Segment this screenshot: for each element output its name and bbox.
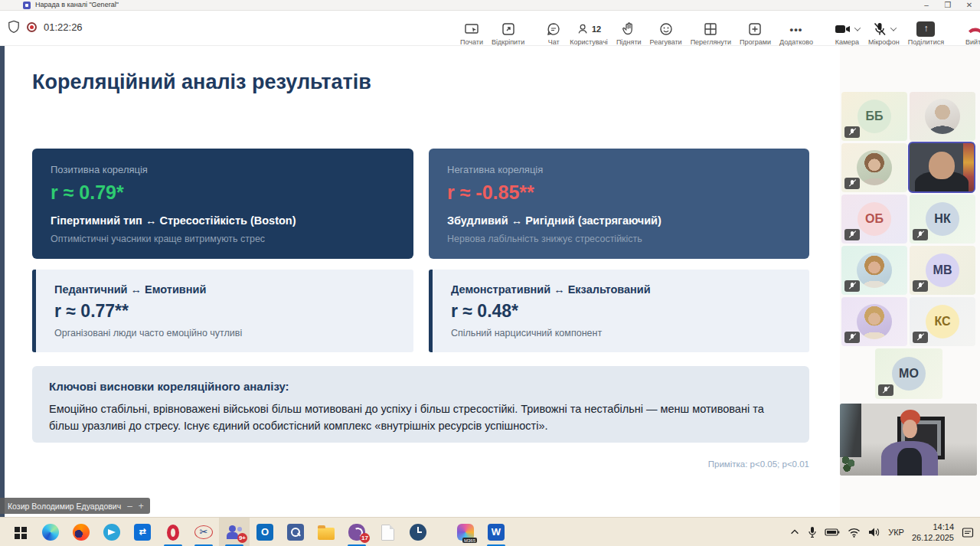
significance-footnote: Примітка: p<0.05; p<0.01 <box>32 459 809 469</box>
react-smiley-icon <box>658 21 674 37</box>
more-button[interactable]: ••• Додатково <box>777 21 815 46</box>
start-share-button[interactable]: Почати <box>458 21 485 46</box>
recording-timer: 01:22:26 <box>44 21 83 33</box>
participant-tile-active-speaker-video[interactable] <box>908 142 975 193</box>
participant-tile-bottom-video[interactable] <box>840 404 977 476</box>
leave-button[interactable]: Вийти <box>963 21 980 46</box>
tray-speaker-icon[interactable] <box>868 527 880 538</box>
participant-tile-avatar-woman-3[interactable] <box>841 297 907 346</box>
tray-battery-icon[interactable] <box>825 527 840 538</box>
taskbar-teamviewer[interactable]: ⇄ <box>127 518 158 546</box>
participant-tile-bb[interactable]: ББ <box>841 92 907 141</box>
correlation-pair: Збудливий ↔ Ригідний (застрягаючий) <box>447 214 791 227</box>
taskbar-notepad[interactable] <box>372 518 403 546</box>
minimize-button[interactable]: – <box>916 0 937 11</box>
taskbar-edge[interactable] <box>35 518 66 546</box>
participant-tile-mo[interactable]: МО <box>875 348 942 399</box>
taskbar-viber[interactable]: 17 <box>341 518 372 546</box>
unpin-button[interactable]: Відкріпити <box>489 21 527 46</box>
raise-hand-button[interactable]: Підняти <box>614 21 644 46</box>
telegram-icon <box>103 524 120 541</box>
avatar <box>857 304 892 339</box>
tray-time: 14:14 <box>933 522 954 531</box>
notification-center-icon[interactable] <box>962 527 974 538</box>
participants-icon: 12 <box>577 21 601 37</box>
microphone-button[interactable]: Мікрофон <box>866 21 902 46</box>
view-button[interactable]: Переглянути <box>688 21 733 46</box>
mic-off-icon <box>849 333 855 342</box>
correlation-card-positive: Позитивна кореляція r ≈ 0.79* Гіпертимни… <box>32 149 413 259</box>
taskbar-file-explorer[interactable] <box>311 518 341 546</box>
correlation-note: Організовані люди часто емоційно чутливі <box>54 328 395 338</box>
camera-options-chevron-icon[interactable] <box>854 25 861 31</box>
apps-button[interactable]: Програми <box>737 21 773 46</box>
mic-off-icon <box>883 386 889 394</box>
taskbar-outlook[interactable]: O <box>250 518 280 546</box>
mic-off-icon <box>917 282 923 290</box>
participant-tile-avatar-woman-2[interactable] <box>841 246 907 295</box>
recording-indicator-icon <box>27 22 37 32</box>
mic-off-icon <box>917 230 923 239</box>
muted-badge <box>844 178 860 189</box>
tray-clock[interactable]: 14:14 26.12.2025 <box>912 521 954 544</box>
taskbar-opera[interactable] <box>158 518 188 546</box>
view-grid-icon <box>703 21 718 37</box>
taskbar-snipping[interactable]: ✂ <box>188 518 219 546</box>
avatar <box>857 150 892 185</box>
mic-off-icon <box>849 179 855 188</box>
teams-notification-badge: 9+ <box>237 533 247 543</box>
correlation-value: r ≈ 0.48* <box>451 301 791 322</box>
card-label: Позитивна кореляція <box>51 164 395 175</box>
taskbar-firefox[interactable] <box>66 518 96 546</box>
close-button[interactable]: ✕ <box>959 0 980 11</box>
findings-title: Ключові висновки кореляційного аналізу: <box>49 380 792 393</box>
video-person-shirt <box>897 448 922 476</box>
chat-button[interactable]: Чат <box>544 21 564 46</box>
maximize-button[interactable]: ❒ <box>937 0 959 11</box>
correlation-pair: Гіпертимний тип ↔ Стресостійкість (Bosto… <box>51 214 395 227</box>
participants-button[interactable]: 12 Користувачі <box>567 21 610 46</box>
tray-microphone-icon[interactable] <box>808 526 817 538</box>
muted-badge <box>844 229 860 240</box>
presenter-name-pill[interactable]: Козир Володимир Едуардович – + <box>0 498 150 514</box>
m365-badge: M365 <box>462 538 477 543</box>
correlation-note: Спільний нарцисичний компонент <box>451 328 791 338</box>
microphone-muted-icon <box>872 21 887 37</box>
magnifier-app-icon <box>287 524 304 541</box>
zoom-in-button[interactable]: + <box>139 501 144 512</box>
react-button[interactable]: Реагувати <box>648 21 684 46</box>
copilot-icon: M365 <box>457 524 474 541</box>
correlation-note: Оптимістичні учасники краще витримують с… <box>51 234 395 244</box>
participant-tile-avatar-man[interactable] <box>910 92 975 141</box>
taskbar-teams[interactable]: 9+ <box>219 518 250 546</box>
document-icon <box>381 525 394 541</box>
zoom-out-button[interactable]: – <box>127 501 132 512</box>
taskbar-copilot[interactable]: M365 <box>450 518 481 546</box>
share-button[interactable]: ↑ Поділитися <box>906 21 946 46</box>
microphone-options-chevron-icon[interactable] <box>890 25 897 31</box>
participant-tile-ob[interactable]: ОБ <box>841 195 907 244</box>
shared-slide: Кореляційний аналіз результатів Позитивн… <box>5 46 840 517</box>
taskbar-telegram[interactable] <box>96 518 127 546</box>
window-titlebar: Нарада в каналі "General" – ❒ ✕ <box>0 0 980 11</box>
meeting-toolbar: 01:22:26 Почати Відкріпити Чат 12 Корист… <box>0 11 980 46</box>
hang-up-icon <box>967 21 980 37</box>
tray-date: 26.12.2025 <box>912 533 954 542</box>
camera-button[interactable]: Камера <box>832 21 862 46</box>
participant-tile-avatar-woman-1[interactable] <box>841 143 907 192</box>
participant-tile-ks[interactable]: КС <box>910 297 975 346</box>
tray-expand-chevron-icon[interactable] <box>789 527 800 538</box>
card-label: Негативна кореляція <box>447 164 791 175</box>
participant-tile-nk[interactable]: НК <box>910 195 975 244</box>
present-screen-icon <box>464 21 479 37</box>
start-button[interactable] <box>5 518 35 546</box>
taskbar-photo-search[interactable] <box>280 518 311 546</box>
muted-badge <box>878 384 893 396</box>
tray-wifi-icon[interactable] <box>848 528 861 538</box>
taskbar-word[interactable]: W <box>481 518 511 546</box>
language-indicator[interactable]: УКР <box>888 528 904 537</box>
participant-tile-mv[interactable]: МВ <box>910 246 975 295</box>
more-dots-icon: ••• <box>790 21 803 37</box>
video-person-face <box>929 152 955 179</box>
taskbar-clock-app[interactable] <box>403 518 433 546</box>
